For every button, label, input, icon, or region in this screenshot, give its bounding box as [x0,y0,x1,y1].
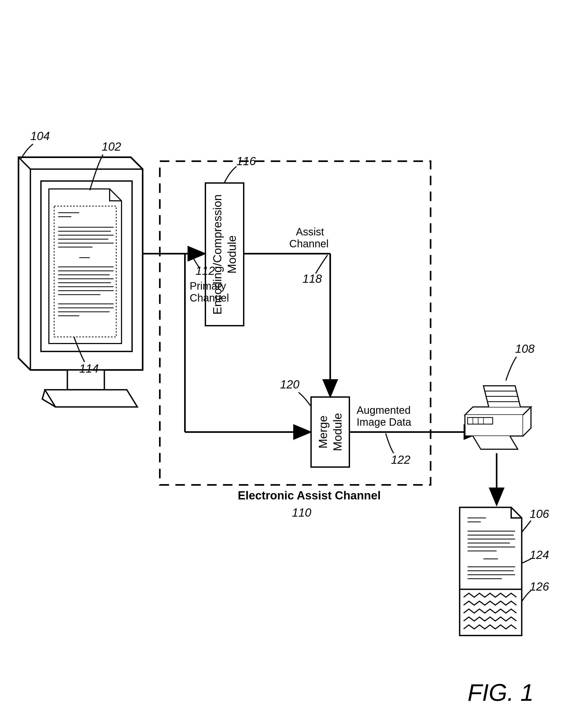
label-116: 116 [237,155,256,168]
label-124: 124 [530,548,549,562]
label-114: 114 [79,362,99,375]
label-assist-1: Assist [296,226,324,238]
label-118: 118 [302,272,322,285]
label-126: 126 [530,580,549,593]
label-108: 108 [515,342,534,355]
label-aug-2: Image Data [357,416,411,428]
label-assist-2: Channel [289,238,328,250]
diagram-canvas: Encoding/Compression Module Merge Module [0,0,564,728]
label-122: 122 [391,453,410,466]
label-primary-1: Primary [190,280,226,292]
label-110: 110 [292,506,311,519]
output-document-icon [460,507,522,636]
label-eac: Electronic Assist Channel [238,489,381,502]
label-aug-1: Augmented [357,404,411,416]
label-104: 104 [30,129,50,143]
figure-label: FIG. 1 [468,679,534,706]
label-106: 106 [530,507,549,521]
label-112: 112 [196,264,215,277]
label-primary-2: Channel [190,292,229,304]
label-102: 102 [102,140,121,153]
label-120: 120 [280,378,299,391]
